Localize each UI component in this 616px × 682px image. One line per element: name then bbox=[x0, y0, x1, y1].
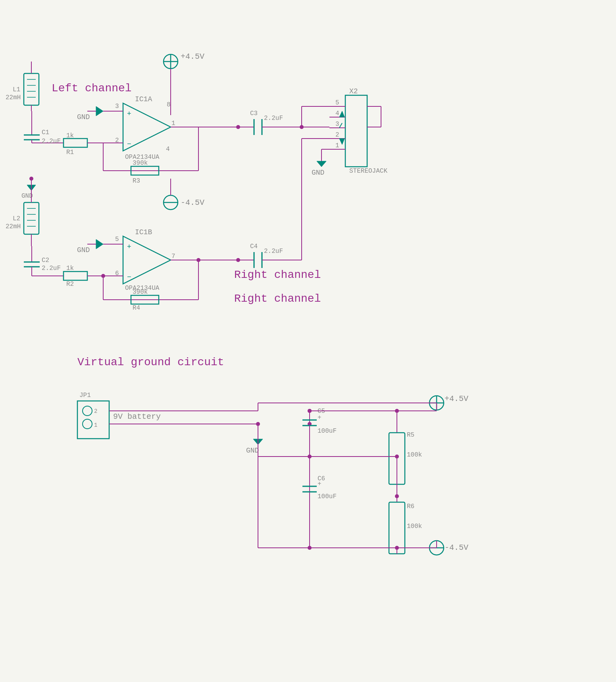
svg-text:1: 1 bbox=[94, 422, 97, 428]
svg-text:L1: L1 bbox=[13, 86, 20, 93]
svg-point-104 bbox=[196, 258, 200, 262]
svg-text:X2: X2 bbox=[349, 87, 358, 95]
svg-text:+4.5V: +4.5V bbox=[181, 52, 204, 61]
svg-text:22mH: 22mH bbox=[6, 223, 21, 230]
svg-point-212 bbox=[395, 546, 399, 550]
svg-point-118 bbox=[236, 258, 240, 262]
svg-text:GND: GND bbox=[77, 246, 90, 254]
svg-text:2: 2 bbox=[115, 137, 119, 144]
svg-text:+: + bbox=[318, 414, 321, 421]
svg-text:4: 4 bbox=[335, 110, 339, 117]
svg-text:2.2uF: 2.2uF bbox=[264, 115, 283, 122]
svg-text:5: 5 bbox=[115, 236, 119, 243]
svg-text:R1: R1 bbox=[66, 149, 74, 156]
svg-text:1k: 1k bbox=[66, 265, 74, 272]
svg-text:R6: R6 bbox=[407, 503, 414, 510]
schematic-canvas: Left channel Right channel Virtual groun… bbox=[0, 0, 616, 682]
svg-text:R4: R4 bbox=[133, 304, 140, 312]
svg-text:C6: C6 bbox=[318, 475, 325, 482]
svg-text:C4: C4 bbox=[250, 243, 258, 250]
svg-text:2.2uF: 2.2uF bbox=[42, 138, 61, 145]
svg-text:R3: R3 bbox=[133, 177, 140, 185]
svg-text:2: 2 bbox=[335, 131, 339, 139]
svg-text:2.2uF: 2.2uF bbox=[264, 248, 283, 255]
svg-text:GND: GND bbox=[77, 113, 90, 121]
svg-rect-0 bbox=[0, 0, 616, 682]
svg-text:-4.5V: -4.5V bbox=[445, 543, 468, 552]
svg-point-173 bbox=[256, 422, 260, 426]
svg-text:6: 6 bbox=[115, 270, 119, 277]
svg-point-111 bbox=[236, 125, 240, 129]
svg-text:R5: R5 bbox=[407, 432, 414, 439]
svg-point-209 bbox=[395, 409, 399, 413]
svg-text:22mH: 22mH bbox=[6, 94, 21, 101]
svg-text:3: 3 bbox=[335, 121, 339, 128]
left-channel-label: Left channel bbox=[52, 82, 132, 94]
svg-point-144 bbox=[300, 125, 304, 129]
svg-text:2: 2 bbox=[94, 408, 97, 414]
svg-text:100uF: 100uF bbox=[318, 428, 337, 435]
svg-text:C2: C2 bbox=[42, 257, 49, 264]
virtual-ground-label: Virtual ground circuit bbox=[77, 356, 224, 368]
svg-text:100k: 100k bbox=[407, 451, 422, 459]
svg-point-216 bbox=[395, 455, 399, 459]
svg-text:-4.5V: -4.5V bbox=[181, 198, 204, 207]
svg-text:GND: GND bbox=[312, 169, 324, 177]
svg-text:1: 1 bbox=[335, 142, 339, 149]
svg-text:−: − bbox=[127, 140, 131, 148]
svg-text:R2: R2 bbox=[66, 281, 74, 288]
svg-text:390k: 390k bbox=[133, 289, 148, 296]
svg-text:IC1A: IC1A bbox=[135, 95, 152, 103]
svg-text:+: + bbox=[127, 243, 131, 251]
svg-text:3: 3 bbox=[115, 103, 119, 110]
svg-text:STEREOJACK: STEREOJACK bbox=[349, 168, 387, 175]
svg-text:1k: 1k bbox=[66, 132, 74, 139]
svg-text:390k: 390k bbox=[133, 160, 148, 167]
svg-text:9V battery: 9V battery bbox=[113, 412, 161, 421]
svg-text:2.2uF: 2.2uF bbox=[42, 265, 61, 272]
svg-text:L2: L2 bbox=[13, 215, 20, 222]
right-channel-label: Right channel bbox=[234, 269, 321, 281]
svg-text:+: + bbox=[127, 110, 131, 118]
svg-text:4: 4 bbox=[166, 146, 170, 153]
svg-text:8: 8 bbox=[167, 101, 171, 108]
svg-text:GND: GND bbox=[246, 447, 259, 455]
svg-text:−: − bbox=[127, 273, 131, 281]
svg-text:100k: 100k bbox=[407, 523, 422, 530]
svg-text:C1: C1 bbox=[42, 129, 49, 136]
svg-text:+4.5V: +4.5V bbox=[445, 394, 468, 403]
svg-text:IC1B: IC1B bbox=[135, 228, 152, 236]
svg-text:JP1: JP1 bbox=[79, 392, 91, 399]
svg-text:C3: C3 bbox=[250, 110, 258, 117]
svg-text:7: 7 bbox=[171, 253, 175, 260]
svg-text:100uF: 100uF bbox=[318, 493, 337, 500]
svg-text:1: 1 bbox=[171, 120, 175, 127]
svg-text:5: 5 bbox=[335, 99, 339, 106]
right-channel-inline-label: Right channel bbox=[234, 293, 321, 305]
